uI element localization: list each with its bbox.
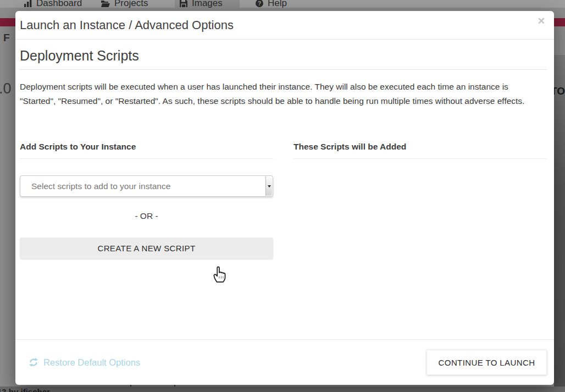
nav-item-projects[interactable]: Projects [101,0,148,8]
create-new-script-button[interactable]: CREATE A NEW SCRIPT [20,238,273,259]
continue-to-launch-button[interactable]: CONTINUE TO LAUNCH [426,350,547,375]
hand-cursor-icon [212,264,228,283]
nav-item-dashboard[interactable]: Dashboard [24,0,82,8]
nav-label: Images [192,0,223,8]
nav-label: Projects [114,0,148,8]
or-separator: - OR - [20,211,273,221]
added-scripts-heading: These Scripts will be Added [293,142,547,159]
section-description: Deployment scripts will be executed when… [20,80,535,108]
background-clipped-text: .0 [0,80,12,97]
modal-body: Deployment Scripts Deployment scripts wi… [15,40,554,339]
modal-header: Launch an Instance / Advanced Options ✕ [15,11,554,40]
background-clipped-text: F [3,32,10,44]
restore-label: Restore Default Options [43,357,140,368]
modal-footer: Restore Default Options CONTINUE TO LAUN… [15,339,554,385]
restore-default-options-button[interactable]: Restore Default Options [29,357,140,368]
added-scripts-column: These Scripts will be Added [293,142,547,259]
script-select-placeholder: Select scripts to add to your instance [31,181,170,191]
svg-text:?: ? [258,1,261,7]
section-heading: Deployment Scripts [20,47,547,70]
question-icon: ? [256,0,263,7]
bar-chart-icon [24,0,32,7]
advanced-options-modal: Launch an Instance / Advanced Options ✕ … [15,11,554,385]
background-bottom-row: 13 by jfischer [0,387,565,392]
add-scripts-column: Add Scripts to Your Instance Select scri… [20,142,273,259]
nav-label: Dashboard [36,0,82,8]
close-icon[interactable]: ✕ [538,16,545,26]
nav-label: Help [268,0,287,8]
nav-item-images[interactable]: Images [180,0,223,8]
add-scripts-heading: Add Scripts to Your Instance [20,142,273,159]
nav-item-help[interactable]: ? Help [256,0,287,8]
script-select[interactable]: Select scripts to add to your instance [20,175,273,197]
background-top-nav: Dashboard Projects Images ? Help [0,0,565,8]
background-clipped-text: 13 by jfischer [0,387,50,392]
folder-icon [101,0,110,7]
scripts-columns: Add Scripts to Your Instance Select scri… [20,142,547,259]
background-right-panel [554,55,565,392]
floppy-icon [180,0,187,7]
chevron-down-icon[interactable] [265,176,272,196]
refresh-icon [29,357,38,367]
modal-title: Launch an Instance / Advanced Options [20,18,234,32]
